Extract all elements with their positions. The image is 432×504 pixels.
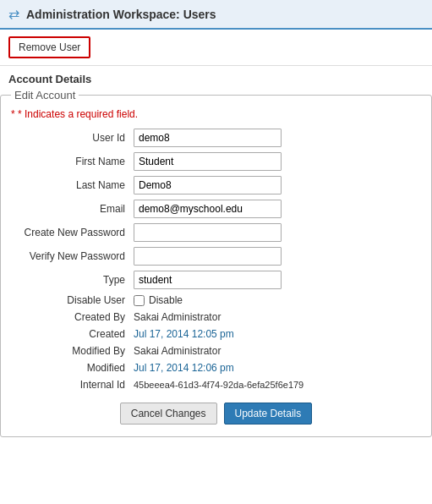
first-name-input[interactable] — [134, 152, 282, 171]
update-details-button[interactable]: Update Details — [224, 403, 313, 425]
create-password-input[interactable] — [134, 223, 282, 242]
edit-account-fieldset: Edit Account * * Indicates a required fi… — [0, 89, 432, 437]
disable-user-label: Disable User — [11, 294, 134, 306]
last-name-row: Last Name — [11, 176, 421, 194]
edit-account-legend: Edit Account — [11, 89, 79, 101]
created-by-row: Created By Sakai Administrator — [11, 311, 421, 323]
required-symbol: * — [11, 108, 15, 120]
email-label: Email — [11, 203, 134, 215]
first-name-label: First Name — [11, 156, 134, 167]
cancel-changes-button[interactable]: Cancel Changes — [120, 403, 217, 425]
first-name-row: First Name — [11, 152, 421, 171]
created-by-value: Sakai Administrator — [134, 311, 221, 323]
internal-id-row: Internal Id 45beeea4-61d3-4f74-92da-6efa… — [11, 379, 421, 391]
user-id-label: User Id — [11, 132, 134, 144]
section-title: Account Details — [0, 66, 432, 89]
disable-checkbox[interactable] — [134, 295, 145, 306]
created-value: Jul 17, 2014 12:05 pm — [134, 328, 234, 340]
modified-row: Modified Jul 17, 2014 12:06 pm — [11, 362, 421, 374]
internal-id-label: Internal Id — [11, 379, 134, 391]
modified-label: Modified — [11, 362, 134, 374]
create-password-label: Create New Password — [11, 227, 134, 238]
toolbar: Remove User — [0, 30, 432, 66]
created-label: Created — [11, 328, 134, 340]
user-id-input[interactable] — [134, 129, 282, 147]
type-row: Type — [11, 271, 421, 289]
buttons-row: Cancel Changes Update Details — [11, 403, 421, 425]
email-input[interactable] — [134, 200, 282, 218]
last-name-label: Last Name — [11, 179, 134, 191]
verify-password-row: Verify New Password — [11, 247, 421, 266]
workspace-header: ⇄ Administration Workspace: Users — [0, 0, 432, 30]
disable-row: Disable — [134, 294, 183, 306]
modified-value: Jul 17, 2014 12:06 pm — [134, 362, 234, 374]
modified-by-value: Sakai Administrator — [134, 345, 221, 357]
disable-user-row: Disable User Disable — [11, 294, 421, 306]
internal-id-value: 45beeea4-61d3-4f74-92da-6efa25f6e179 — [134, 380, 303, 390]
create-password-row: Create New Password — [11, 223, 421, 242]
workspace-icon: ⇄ — [8, 6, 19, 22]
type-input[interactable] — [134, 271, 282, 289]
modified-by-label: Modified By — [11, 345, 134, 357]
disable-label: Disable — [149, 294, 183, 306]
remove-user-button[interactable]: Remove User — [8, 36, 90, 58]
user-id-row: User Id — [11, 129, 421, 147]
verify-password-label: Verify New Password — [11, 250, 134, 262]
workspace-container: ⇄ Administration Workspace: Users Remove… — [0, 0, 432, 504]
email-row: Email — [11, 200, 421, 218]
created-row: Created Jul 17, 2014 12:05 pm — [11, 328, 421, 340]
last-name-input[interactable] — [134, 176, 282, 194]
type-label: Type — [11, 274, 134, 286]
required-note: * * Indicates a required field. — [11, 108, 421, 120]
workspace-title: Administration Workspace: Users — [26, 8, 216, 21]
verify-password-input[interactable] — [134, 247, 282, 266]
modified-by-row: Modified By Sakai Administrator — [11, 345, 421, 357]
created-by-label: Created By — [11, 311, 134, 323]
